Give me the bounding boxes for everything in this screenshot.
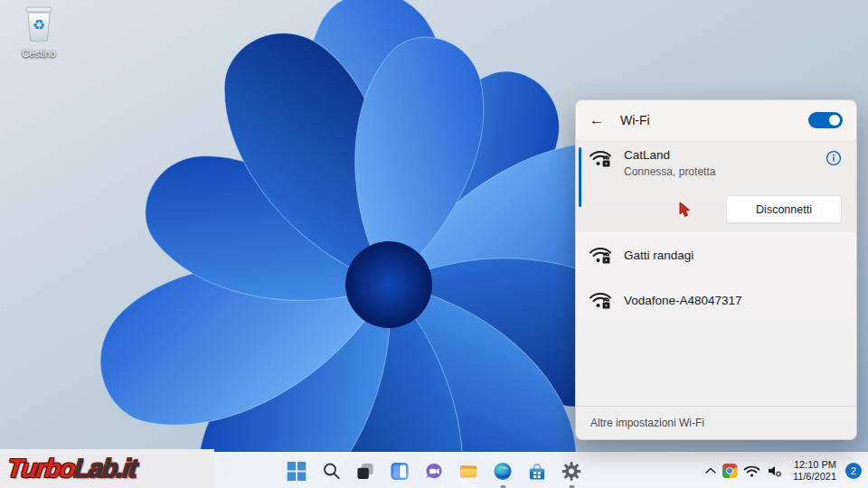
wifi-toggle-knob [829, 115, 840, 126]
chat-button[interactable] [421, 458, 448, 484]
wifi-secure-icon [589, 245, 612, 265]
settings-button[interactable] [559, 458, 585, 484]
watermark-turbo: Turbo [5, 454, 75, 483]
store-button[interactable] [524, 458, 551, 484]
wifi-secure-icon [589, 290, 612, 310]
search-icon [322, 462, 340, 480]
info-icon [826, 150, 842, 166]
file-explorer-icon [459, 462, 478, 481]
edge-icon [494, 462, 513, 481]
clock-time: 12:10 PM [793, 459, 836, 472]
system-tray: 12:10 PM 11/6/2021 2 [705, 453, 862, 488]
taskbar-center-icons [284, 453, 585, 488]
recycle-bin-icon: ♻ [23, 5, 55, 43]
connected-network-name: CatLand [624, 148, 715, 162]
task-view-icon [356, 462, 375, 481]
chat-icon [425, 462, 444, 481]
wifi-tray-icon[interactable] [743, 465, 760, 477]
store-icon [528, 462, 547, 481]
file-explorer-button[interactable] [456, 458, 482, 484]
notification-badge[interactable]: 2 [845, 463, 862, 479]
recycle-bin-label: Cestino [9, 48, 69, 59]
start-button[interactable] [284, 458, 310, 484]
network-name: Gatti randagi [624, 249, 693, 262]
edge-button[interactable] [490, 458, 516, 484]
wifi-secure-icon [589, 148, 612, 168]
turbolab-watermark: TurboLab.it [0, 449, 214, 488]
connected-network-item[interactable]: CatLand Connessa, protetta Disconnetti [576, 140, 856, 232]
back-button[interactable]: ← [590, 112, 609, 128]
network-item[interactable]: Gatti randagi [576, 232, 856, 277]
wifi-panel-header: ← Wi-Fi [576, 100, 856, 140]
wifi-panel-title: Wi-Fi [620, 113, 650, 127]
network-properties-button[interactable] [826, 150, 842, 170]
gear-icon [562, 462, 581, 481]
task-view-button[interactable] [353, 458, 379, 484]
volume-muted-icon[interactable] [767, 465, 783, 478]
widgets-button[interactable] [387, 458, 413, 484]
connected-network-status: Connessa, protetta [624, 165, 715, 178]
wifi-toggle[interactable] [808, 112, 843, 128]
selection-accent-bar [579, 147, 581, 207]
chevron-up-icon [705, 467, 716, 474]
more-wifi-settings-link[interactable]: Altre impostazioni Wi-Fi [576, 406, 856, 439]
clock[interactable]: 12:10 PM 11/6/2021 [793, 459, 836, 483]
mouse-cursor [679, 202, 693, 218]
widgets-icon [391, 462, 410, 481]
chrome-tray-icon[interactable] [722, 464, 737, 478]
windows-start-icon [288, 462, 307, 481]
svg-text:♻: ♻ [33, 17, 45, 33]
recycle-bin[interactable]: ♻ Cestino [9, 5, 69, 59]
network-name: Vodafone-A48047317 [624, 294, 742, 307]
network-item[interactable]: Vodafone-A48047317 [576, 277, 856, 323]
disconnect-button[interactable]: Disconnetti [726, 195, 842, 223]
wifi-flyout-panel: ← Wi-Fi CatLand Connessa, protetta [575, 99, 857, 440]
watermark-lab: Lab.it [72, 454, 137, 483]
clock-date: 11/6/2021 [793, 471, 836, 483]
tray-expand-button[interactable] [705, 467, 716, 474]
search-button[interactable] [318, 458, 344, 484]
desktop: ♻ Cestino ← Wi-Fi CatLand [0, 0, 868, 488]
